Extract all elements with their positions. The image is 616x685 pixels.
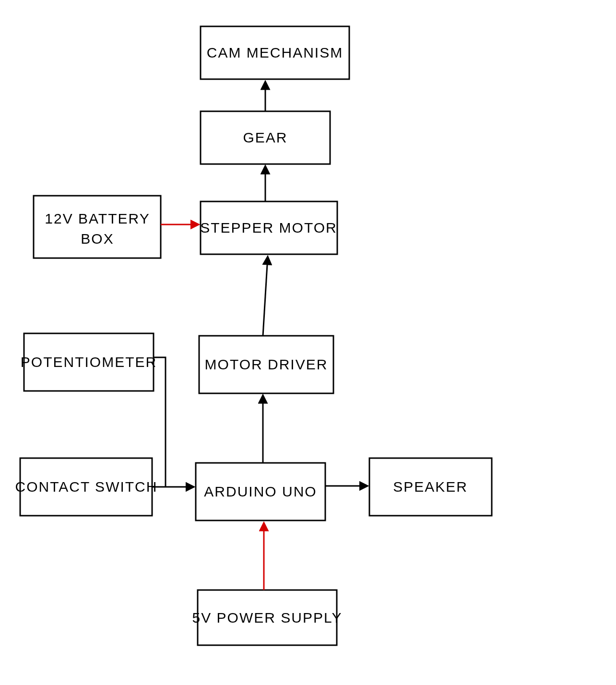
label-potentiometer: POTENTIOMETER (21, 354, 157, 370)
label-stepper-motor: STEPPER MOTOR (200, 220, 337, 236)
label-battery-line2: BOX (81, 231, 114, 247)
label-5v-power-supply: 5V POWER SUPPLY (192, 610, 343, 626)
node-arduino-uno: ARDUINO UNO (196, 463, 325, 520)
node-speaker: SPEAKER (369, 458, 492, 516)
label-speaker: SPEAKER (393, 479, 468, 495)
node-cam-mechanism: CAM MECHANISM (201, 26, 349, 79)
node-potentiometer: POTENTIOMETER (21, 333, 157, 391)
label-contact-switch: CONTACT SWITCH (15, 479, 158, 495)
label-battery-line1: 12V BATTERY (45, 211, 150, 226)
label-cam-mechanism: CAM MECHANISM (207, 45, 343, 60)
node-gear: GEAR (201, 111, 330, 164)
edge-driver-to-stepper (263, 257, 268, 336)
label-arduino-uno: ARDUINO UNO (204, 484, 317, 499)
node-5v-power-supply: 5V POWER SUPPLY (192, 590, 343, 645)
node-contact-switch: CONTACT SWITCH (15, 458, 158, 516)
node-stepper-motor: STEPPER MOTOR (200, 201, 337, 254)
node-battery-box: 12V BATTERY BOX (34, 196, 161, 258)
edge-potentiometer-to-arduino (154, 357, 166, 487)
label-gear: GEAR (243, 130, 287, 145)
svg-rect-2 (34, 196, 161, 258)
node-motor-driver: MOTOR DRIVER (199, 336, 333, 393)
label-motor-driver: MOTOR DRIVER (205, 356, 328, 372)
